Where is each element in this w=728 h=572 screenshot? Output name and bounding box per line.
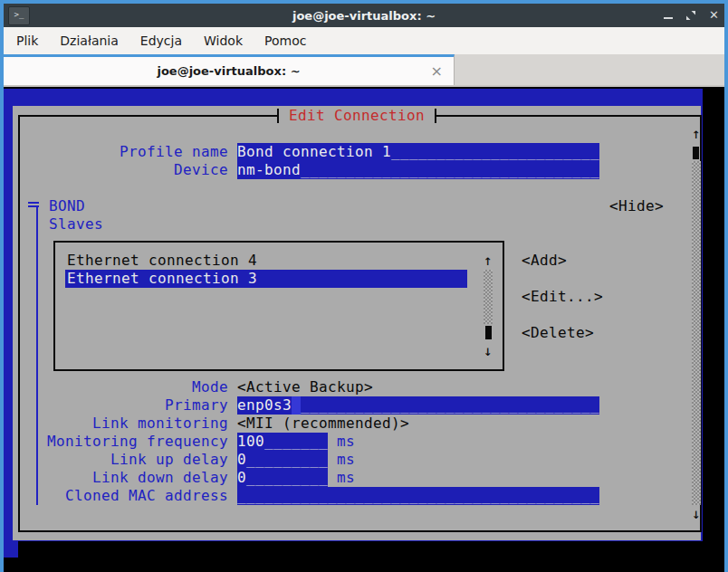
slaves-label: Slaves	[49, 215, 103, 234]
dialog-scrollbar-thumb[interactable]	[693, 147, 699, 159]
monitoring-frequency-label: Monitoring frequency	[13, 433, 228, 451]
cloned-mac-label: Cloned MAC address	[13, 487, 228, 505]
list-scrollbar-thumb[interactable]	[485, 326, 492, 339]
add-button[interactable]: <Add>	[522, 252, 567, 270]
bond-section-title: BOND	[49, 197, 85, 215]
maximize-button[interactable]	[685, 7, 696, 24]
menu-item-dzialania[interactable]: Działania	[60, 33, 119, 48]
mode-label: Mode	[13, 378, 228, 396]
dialog-scroll-down-icon[interactable]: ↓	[692, 505, 701, 523]
minimize-icon	[664, 17, 673, 19]
monitoring-frequency-input[interactable]: 100_______	[237, 433, 328, 451]
hide-button[interactable]: <Hide>	[609, 197, 664, 215]
edit-connection-dialog: Edit Connection Profile name Bond connec…	[13, 106, 701, 540]
link-monitoring-dropdown[interactable]: <MII (recommended)>	[237, 415, 409, 433]
dialog-title-assembly: Edit Connection	[277, 107, 436, 125]
list-scroll-down-icon[interactable]: ↓	[484, 342, 493, 360]
link-up-delay-input[interactable]: 0_________	[237, 451, 328, 469]
window-title: joe@joe-virtualbox: ~	[4, 9, 724, 23]
edit-button[interactable]: <Edit...>	[522, 288, 603, 306]
link-up-delay-label: Link up delay	[13, 451, 228, 469]
title-right-tick	[435, 109, 436, 123]
tab-title: joe@joe-virtualbox: ~	[4, 64, 454, 78]
dialog-scrollbar-track[interactable]	[692, 161, 701, 505]
link-down-delay-unit: ms	[337, 469, 355, 487]
dialog-scroll-up-icon[interactable]: ↑	[692, 125, 701, 143]
list-scroll-up-icon[interactable]: ↑	[484, 252, 493, 270]
terminal-window: >_ joe@joe-virtualbox: ~ ✕ Plik Działani…	[0, 0, 728, 572]
link-down-delay-label: Link down delay	[13, 469, 228, 487]
terminal-tab[interactable]: joe@joe-virtualbox: ~ ×	[4, 54, 455, 85]
menu-item-plik[interactable]: Plik	[16, 33, 38, 48]
dialog-title: Edit Connection	[279, 107, 435, 125]
link-down-delay-input[interactable]: 0_________	[237, 469, 328, 487]
list-item[interactable]: Ethernet connection 4	[67, 252, 257, 270]
maximize-icon	[685, 10, 696, 21]
cloned-mac-input[interactable]: ________________________________________	[237, 487, 599, 505]
primary-label: Primary	[13, 396, 228, 415]
profile-name-label: Profile name	[13, 143, 228, 161]
close-icon: ✕	[709, 8, 719, 22]
menu-item-widok[interactable]: Widok	[204, 33, 243, 48]
menubar: Plik Działania Edycja Widok Pomoc	[4, 27, 724, 54]
mode-dropdown[interactable]: <Active Backup>	[237, 378, 373, 396]
close-button[interactable]: ✕	[709, 4, 719, 27]
device-label: Device	[13, 161, 228, 179]
monitoring-frequency-unit: ms	[337, 433, 355, 451]
tabbar: joe@joe-virtualbox: ~ ×	[4, 54, 724, 87]
menu-item-pomoc[interactable]: Pomoc	[264, 33, 306, 48]
tab-close-icon[interactable]: ×	[431, 62, 443, 81]
terminal-cursor	[4, 541, 18, 558]
delete-button[interactable]: <Delete>	[522, 324, 594, 342]
link-monitoring-label: Link monitoring	[13, 415, 228, 433]
menu-item-edycja[interactable]: Edycja	[140, 33, 182, 48]
primary-input[interactable]: enp0s3_________________________________	[237, 396, 599, 415]
bond-tree-branch-top	[28, 202, 39, 204]
terminal-app-icon: >_	[8, 6, 30, 25]
link-up-delay-unit: ms	[337, 451, 355, 469]
text-cursor	[292, 396, 301, 415]
profile-name-input[interactable]: Bond connection 1_______________________	[237, 143, 599, 161]
minimize-button[interactable]	[664, 12, 673, 19]
list-scrollbar-track[interactable]	[484, 270, 493, 324]
terminal-content[interactable]: Edit Connection Profile name Bond connec…	[4, 87, 724, 572]
titlebar[interactable]: >_ joe@joe-virtualbox: ~ ✕	[4, 4, 724, 27]
list-item-selected[interactable]: Ethernet connection 3	[65, 270, 467, 288]
device-input[interactable]: nm-bond_________________________________	[237, 161, 599, 179]
